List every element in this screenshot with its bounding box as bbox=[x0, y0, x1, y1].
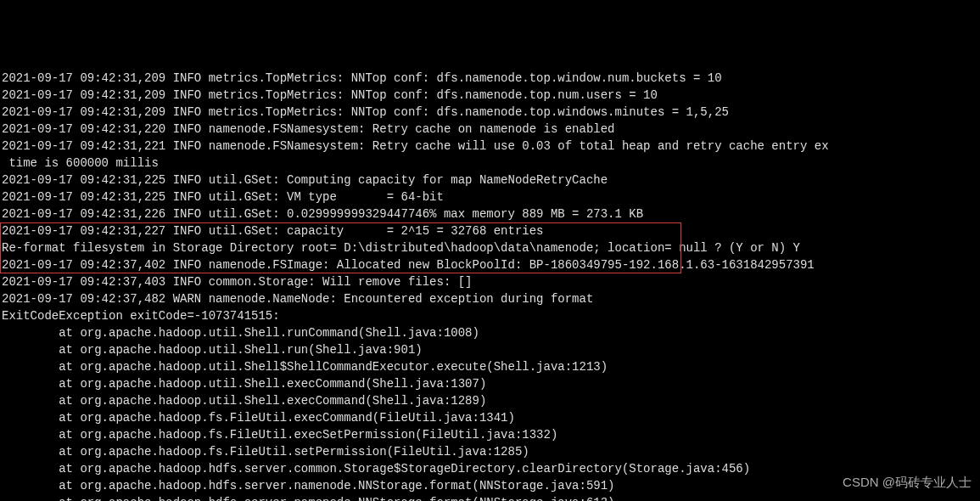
log-line: 2021-09-17 09:42:37,402 INFO namenode.FS… bbox=[2, 256, 980, 273]
log-line: at org.apache.hadoop.util.Shell.execComm… bbox=[2, 392, 980, 409]
log-line: at org.apache.hadoop.hdfs.server.common.… bbox=[2, 460, 980, 477]
log-line: Re-format filesystem in Storage Director… bbox=[2, 239, 980, 256]
log-line: at org.apache.hadoop.fs.FileUtil.execSet… bbox=[2, 426, 980, 443]
log-line: 2021-09-17 09:42:37,482 WARN namenode.Na… bbox=[2, 290, 980, 307]
log-line: 2021-09-17 09:42:31,220 INFO namenode.FS… bbox=[2, 121, 980, 138]
log-line: 2021-09-17 09:42:31,209 INFO metrics.Top… bbox=[2, 70, 980, 87]
log-line: at org.apache.hadoop.util.Shell.run(Shel… bbox=[2, 341, 980, 358]
log-line: 2021-09-17 09:42:31,209 INFO metrics.Top… bbox=[2, 87, 980, 104]
log-line: 2021-09-17 09:42:31,226 INFO util.GSet: … bbox=[2, 205, 980, 222]
terminal-output: 2021-09-17 09:42:31,209 INFO metrics.Top… bbox=[0, 68, 980, 501]
log-line: 2021-09-17 09:42:31,221 INFO namenode.FS… bbox=[2, 138, 980, 155]
log-line: 2021-09-17 09:42:31,209 INFO metrics.Top… bbox=[2, 104, 980, 121]
log-line: at org.apache.hadoop.util.Shell.execComm… bbox=[2, 375, 980, 392]
log-line: at org.apache.hadoop.hdfs.server.namenod… bbox=[2, 477, 980, 494]
log-line: at org.apache.hadoop.fs.FileUtil.execCom… bbox=[2, 409, 980, 426]
log-line: at org.apache.hadoop.hdfs.server.namenod… bbox=[2, 494, 980, 501]
log-line: at org.apache.hadoop.util.Shell$ShellCom… bbox=[2, 358, 980, 375]
log-line: at org.apache.hadoop.util.Shell.runComma… bbox=[2, 324, 980, 341]
log-line: 2021-09-17 09:42:31,225 INFO util.GSet: … bbox=[2, 172, 980, 189]
log-line: time is 600000 millis bbox=[2, 155, 980, 172]
log-line: ExitCodeException exitCode=-1073741515: bbox=[2, 307, 980, 324]
log-line: at org.apache.hadoop.fs.FileUtil.setPerm… bbox=[2, 443, 980, 460]
log-line: 2021-09-17 09:42:31,227 INFO util.GSet: … bbox=[2, 222, 980, 239]
log-line: 2021-09-17 09:42:31,225 INFO util.GSet: … bbox=[2, 189, 980, 205]
log-line: 2021-09-17 09:42:37,403 INFO common.Stor… bbox=[2, 273, 980, 290]
